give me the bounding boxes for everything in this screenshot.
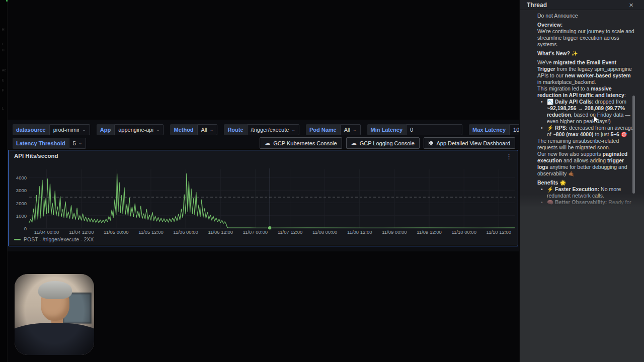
chevron-down-icon: ⌄: [78, 141, 83, 145]
rail-letter: F: [2, 88, 4, 92]
screen: HFDAcEFL datasourceprod-mimir⌄Appappengi…: [0, 0, 644, 362]
cloud-icon: ☁: [265, 140, 270, 146]
x-tick-label: 11/08 00:00: [312, 229, 337, 235]
filter-label: Max Latency: [469, 124, 509, 135]
x-tick-label: 11/08 12:00: [347, 229, 372, 235]
x-tick-label: 11/07 00:00: [243, 229, 268, 235]
filter-label: Min Latency: [367, 124, 407, 135]
x-tick-label: 11/10 12:00: [487, 229, 511, 235]
x-tick-label: 11/07 12:00: [278, 229, 302, 235]
thread-fade-overlay: [520, 194, 644, 208]
filter-pod-name: Pod NameAll⌄: [306, 124, 361, 135]
x-tick-label: 11/06 12:00: [208, 229, 232, 235]
slack-thread-panel: Thread × Do not AnnounceOverview:We're c…: [519, 0, 644, 362]
gcp-kubernetes-console-button[interactable]: ☁GCP Kubernetes Console: [260, 137, 342, 149]
filter-latency-threshold: Latency Threshold 5 ⌄: [13, 138, 86, 149]
thread-paragraph: The remaining unsubscribe-related reques…: [537, 138, 634, 151]
x-tick-label: 11/10 00:00: [451, 229, 476, 235]
legend-label: POST - /trigger/execute - 2XX: [24, 236, 94, 242]
thread-paragraph: Benefits 🌟: [537, 179, 634, 186]
x-tick-label: 11/04 00:00: [34, 229, 59, 235]
thread-header: Thread ×: [520, 0, 644, 10]
chevron-down-icon: ⌄: [291, 128, 295, 132]
gcp-logging-console-button[interactable]: ☁GCP Logging Console: [346, 137, 420, 149]
thread-paragraph: What's New? ✨: [537, 50, 634, 57]
rail-letter: L: [2, 107, 4, 110]
rail-letter: Ac: [2, 68, 6, 72]
filter-select[interactable]: All⌄: [340, 124, 361, 135]
filter-route: Route/trigger/execute⌄: [224, 124, 299, 135]
x-tick-label: 11/06 00:00: [173, 229, 198, 235]
app-detailed-view-dashboard-button[interactable]: App Detailed View Dashboard: [424, 137, 515, 149]
filter-select[interactable]: prod-mimir⌄: [49, 124, 90, 135]
latency-threshold-select[interactable]: 5 ⌄: [69, 138, 87, 149]
grafana-dashboard: datasourceprod-mimir⌄Appappengine-api⌄Me…: [8, 120, 519, 251]
filter-label: Pod Name: [306, 124, 340, 135]
x-axis-labels: 11/04 00:0011/04 12:0011/05 00:0011/05 1…: [9, 150, 518, 246]
thread-paragraph: Overview:: [537, 22, 634, 28]
x-tick-label: 11/05 00:00: [104, 229, 128, 235]
filter-select[interactable]: /trigger/execute⌄: [247, 124, 299, 135]
bullet-marker: •: [541, 99, 547, 125]
filter-select[interactable]: All⌄: [197, 124, 218, 135]
x-tick-label: 11/09 00:00: [382, 229, 407, 235]
rail-letter: H: [2, 28, 5, 31]
thread-scrollbar[interactable]: [632, 96, 635, 194]
thread-paragraph: We're continuing our journey to scale an…: [537, 28, 634, 48]
x-tick-label: 11/05 12:00: [138, 229, 163, 235]
filter-row-2: Latency Threshold 5 ⌄ ☁GCP Kubernetes Co…: [13, 137, 515, 149]
thread-paragraph: Our new flow also supports paginated exe…: [537, 151, 634, 177]
x-tick-label: 11/09 12:00: [417, 229, 441, 235]
chevron-down-icon: ⌄: [353, 128, 357, 132]
panel-api-hits[interactable]: API Hits/second ⋮ 01000200030004000 11/0…: [8, 150, 518, 246]
filter-select[interactable]: appengine-api⌄: [114, 124, 164, 135]
left-sidebar-rail[interactable]: HFDAcEFL: [0, 0, 8, 362]
rail-letter: E: [2, 78, 4, 82]
x-tick-label: 11/04 12:00: [69, 229, 94, 235]
chevron-down-icon: ⌄: [210, 128, 214, 132]
thread-bullet: •📉 Daily API Calls: dropped from ~92,198…: [537, 99, 634, 125]
bullet-marker: •: [541, 125, 547, 138]
webcam-self-view[interactable]: [15, 274, 94, 355]
chevron-down-icon: ⌄: [82, 128, 86, 132]
filter-label: Route: [224, 124, 247, 135]
legend-item[interactable]: POST - /trigger/execute - 2XX: [14, 236, 94, 242]
chevron-down-icon: ⌄: [156, 128, 160, 132]
mouse-cursor: [594, 116, 599, 124]
thread-paragraph: Do not Announce: [537, 13, 634, 19]
thread-bullet: •⚡ RPS: decreased from an average of ~80…: [537, 125, 634, 138]
filter-min-latency: Min Latency0: [367, 124, 463, 135]
filter-datasource: datasourceprod-mimir⌄: [13, 124, 90, 135]
close-icon[interactable]: ×: [629, 0, 633, 10]
filter-label: Method: [170, 124, 197, 135]
filter-row-1: datasourceprod-mimir⌄Appappengine-api⌄Me…: [13, 124, 572, 135]
filter-input[interactable]: 0: [406, 124, 462, 135]
dashboard-grid-icon: [429, 141, 434, 146]
rail-letter: F: [2, 42, 4, 46]
thread-paragraph: This migration led to a massive reductio…: [537, 85, 634, 99]
filter-label: datasource: [13, 124, 49, 135]
rail-letter: D: [2, 48, 5, 52]
filter-label: App: [97, 124, 114, 135]
shared-screen-area: datasourceprod-mimir⌄Appappengine-api⌄Me…: [8, 0, 519, 362]
thread-title: Thread: [527, 2, 547, 9]
cloud-icon: ☁: [351, 140, 357, 146]
filter-label: Latency Threshold: [13, 138, 69, 149]
thread-empty-area: [520, 207, 644, 362]
thread-paragraph: We've migrated the Email Event Trigger f…: [537, 59, 634, 85]
webcam-vignette: [15, 274, 94, 355]
filter-app: Appappengine-api⌄: [97, 124, 164, 135]
legend-series-color: [14, 239, 21, 240]
filter-method: MethodAll⌄: [170, 124, 217, 135]
